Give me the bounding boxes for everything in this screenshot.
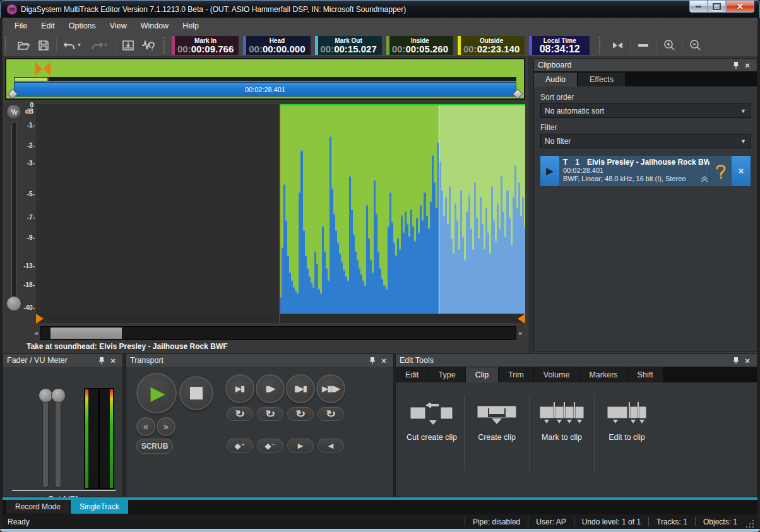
audio-edit-button[interactable] — [140, 37, 157, 54]
sel-end-marker[interactable] — [518, 314, 525, 324]
marker-row[interactable] — [36, 314, 525, 323]
minus-icon — [638, 44, 648, 47]
menu-window[interactable]: Window — [134, 19, 175, 33]
time-field-local-time[interactable]: Local Time 08:34:12 — [529, 36, 590, 55]
tool-edit-to-clip[interactable]: Edit to clip — [595, 400, 659, 457]
tab-singletrack[interactable]: SingleTrack — [71, 500, 128, 514]
menu-edit[interactable]: Edit — [34, 19, 62, 33]
clipboard-panel: Clipboard × Audio Effects Sort order No … — [533, 58, 757, 352]
play-button[interactable]: ▶ — [136, 373, 177, 413]
maximize-button[interactable] — [708, 1, 726, 13]
scrub-button[interactable]: SCRUB — [136, 439, 173, 454]
pin-icon[interactable] — [730, 355, 742, 365]
panel-close-icon[interactable]: × — [107, 355, 119, 365]
fader-vu-titlebar: Fader / VU Meter × — [3, 354, 122, 367]
tab-record-mode[interactable]: Record Mode — [6, 500, 69, 514]
sort-order-select[interactable]: No automatic sort ▼ — [540, 103, 751, 118]
track-play-button[interactable]: ▶ — [540, 156, 559, 186]
time-field-mark-out[interactable]: Mark Out 00:00:15.027 — [315, 36, 382, 55]
prelisten-button[interactable] — [710, 156, 732, 186]
collapse-chevrons-icon[interactable] — [701, 174, 708, 185]
statusbar: Ready Pipe: disabled User: AP Undo level… — [3, 514, 757, 529]
time-field-inside[interactable]: Inside 00:00:05.260 — [386, 36, 453, 55]
tab-clip[interactable]: Clip — [466, 367, 499, 382]
undo-dropdown-arrow[interactable]: ▼ — [77, 42, 82, 48]
tab-edit[interactable]: Edit — [396, 367, 429, 382]
time-field-value: 00:00:09.766 — [177, 44, 234, 54]
tab-volume[interactable]: Volume — [534, 367, 579, 382]
loop-button-3[interactable]: ↻ — [287, 407, 314, 421]
play-from-mark-button[interactable]: ▮▶ — [256, 374, 285, 403]
time-field-outside[interactable]: Outside 00:02:23.140 — [458, 36, 525, 55]
save-button[interactable] — [35, 37, 52, 54]
zoom-in-button[interactable] — [660, 37, 678, 54]
clipboard-track-item[interactable]: ▶ T 1 Elvis Presley - Jailhouse Rock BWF… — [540, 156, 751, 186]
menu-options[interactable]: Options — [62, 19, 103, 33]
snap-markers-button[interactable] — [609, 37, 626, 54]
undo-button[interactable]: ▼ — [61, 37, 85, 54]
minimize-button[interactable] — [689, 1, 708, 13]
sel-start-marker[interactable] — [36, 314, 44, 324]
panel-close-icon[interactable]: × — [742, 355, 753, 365]
tab-type[interactable]: Type — [429, 367, 465, 382]
play-to-mark-button[interactable]: ▶▮ — [225, 374, 254, 403]
stop-button[interactable] — [179, 376, 213, 410]
menu-view[interactable]: View — [103, 19, 134, 33]
clipboard-titlebar: Clipboard × — [534, 59, 757, 71]
scroll-track[interactable] — [40, 326, 516, 340]
pin-icon[interactable] — [730, 60, 742, 70]
time-field-head[interactable]: Head 00:00:00.000 — [243, 36, 310, 55]
filter-select[interactable]: No filter ▼ — [540, 134, 751, 148]
minus-button[interactable] — [634, 37, 652, 54]
play-between-marks-button[interactable]: ▮▶▮ — [286, 374, 315, 403]
remove-marker-button[interactable]: ◆⁻ — [257, 439, 283, 452]
editor-fader-track[interactable] — [11, 122, 17, 302]
zoom-out-button[interactable] — [686, 37, 704, 54]
tab-audio[interactable]: Audio — [534, 73, 577, 86]
track-remove-button[interactable]: × — [732, 156, 751, 186]
tab-markers[interactable]: Markers — [579, 367, 627, 382]
window-title: DigaSystem MultiTrack Editor Version 7.1… — [21, 5, 406, 14]
time-field-mark-in[interactable]: Mark In 00:00:09.766 — [172, 36, 239, 55]
tab-effects[interactable]: Effects — [578, 73, 625, 86]
prev-marker-button[interactable]: ◀ — [318, 439, 344, 452]
menu-file[interactable]: File — [8, 19, 34, 33]
panel-close-icon[interactable]: × — [378, 355, 389, 365]
overview-mark-out-icon[interactable] — [44, 62, 50, 76]
open-button[interactable] — [15, 37, 32, 54]
out-fader-right[interactable] — [55, 393, 61, 488]
overview-clip-bar[interactable]: 00:02:28.401 — [14, 82, 516, 97]
green-level-line[interactable] — [280, 104, 525, 105]
menu-help[interactable]: Help — [175, 19, 206, 33]
next-marker-button[interactable]: ▶ — [287, 439, 314, 452]
overview-strip[interactable]: 00:02:28.401 — [5, 58, 525, 100]
tab-trim[interactable]: Trim — [499, 367, 533, 382]
loop-button-1[interactable]: ↻ — [227, 407, 253, 421]
vertical-splitter[interactable] — [528, 57, 533, 353]
play-around-mark-button[interactable]: ▶▮▮▶ — [316, 374, 345, 403]
add-marker-button[interactable]: ◆⁺ — [227, 439, 253, 452]
close-button[interactable]: ✕ — [726, 1, 754, 13]
tool-create-clip[interactable]: Create clip — [465, 400, 529, 457]
pin-icon[interactable] — [367, 355, 378, 365]
horizontal-scrollbar[interactable]: ◄ ► — [32, 327, 525, 340]
scroll-thumb[interactable] — [50, 328, 122, 339]
tab-shift[interactable]: Shift — [628, 367, 663, 382]
forward-button[interactable]: » — [157, 417, 175, 436]
scroll-left-arrow[interactable]: ◄ — [32, 330, 40, 336]
waveform-canvas[interactable] — [36, 104, 525, 314]
loop-button-2[interactable]: ↻ — [257, 407, 283, 421]
out-fader-left[interactable] — [42, 393, 49, 488]
pin-icon[interactable] — [96, 355, 107, 365]
rewind-button[interactable]: « — [136, 417, 155, 436]
resize-grip[interactable] — [746, 519, 755, 528]
export-button[interactable] — [119, 37, 137, 54]
playhead[interactable] — [279, 104, 280, 323]
overview-mark-in-icon[interactable] — [35, 62, 42, 76]
scroll-right-arrow[interactable]: ► — [516, 330, 525, 336]
loop-button-4[interactable]: ↻ — [318, 407, 344, 421]
tool-mark-to-clip[interactable]: Mark to clip — [530, 400, 594, 457]
tool-cut-create-clip[interactable]: Cut create clip — [400, 400, 464, 457]
loop-icon: ↻ — [235, 408, 245, 420]
clipboard-close-icon[interactable]: × — [742, 60, 753, 70]
